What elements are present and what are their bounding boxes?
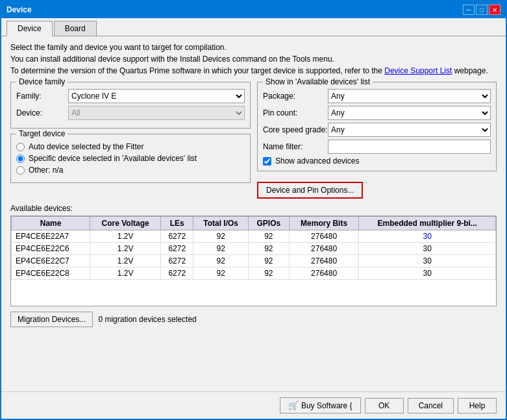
show-advanced-checkbox[interactable] bbox=[263, 157, 271, 166]
devices-table: Name Core Voltage LEs Total I/Os GPIOs M… bbox=[11, 216, 496, 280]
buy-software-button[interactable]: 🛒 Buy Software { bbox=[280, 397, 361, 414]
cell-les: 6272 bbox=[161, 255, 193, 267]
cell-les: 6272 bbox=[161, 267, 193, 280]
close-button[interactable]: ✕ bbox=[489, 5, 501, 15]
help-button[interactable]: Help bbox=[458, 398, 497, 414]
radio-auto-row: Auto device selected by the Fitter bbox=[16, 142, 245, 151]
radio-specific-label: Specific device selected in 'Available d… bbox=[29, 154, 197, 163]
table-row[interactable]: EP4CE6E22A7 1.2V 6272 92 92 276480 30 bbox=[12, 230, 496, 243]
minimize-button[interactable]: ─ bbox=[463, 5, 475, 15]
buy-software-label: Buy Software { bbox=[301, 401, 352, 410]
device-row: Device: All bbox=[16, 106, 245, 120]
devices-tbody: EP4CE6E22A7 1.2V 6272 92 92 276480 30 EP… bbox=[12, 230, 496, 280]
col-core-voltage: Core Voltage bbox=[90, 217, 161, 230]
cell-gpios: 92 bbox=[248, 267, 289, 280]
cell-memory-bits: 276480 bbox=[289, 267, 359, 280]
package-select[interactable]: Any bbox=[328, 89, 491, 103]
table-header-row: Name Core Voltage LEs Total I/Os GPIOs M… bbox=[12, 217, 496, 230]
radio-auto[interactable] bbox=[16, 143, 25, 151]
table-row[interactable]: EP4CE6E22C8 1.2V 6272 92 92 276480 30 bbox=[12, 267, 496, 280]
pin-count-select[interactable]: Any bbox=[328, 106, 491, 120]
cell-embedded: 30 bbox=[359, 255, 496, 267]
cancel-button[interactable]: Cancel bbox=[408, 398, 454, 414]
device-support-link[interactable]: Device Support List bbox=[384, 66, 452, 75]
radio-other-row: Other: n/a bbox=[16, 166, 245, 175]
device-label: Device: bbox=[16, 108, 68, 117]
target-device-title: Target device bbox=[16, 129, 68, 138]
ok-button[interactable]: OK bbox=[365, 398, 404, 414]
description-line1: Select the family and device you want to… bbox=[10, 43, 497, 52]
col-gpios: GPIOs bbox=[248, 217, 289, 230]
migration-devices-button[interactable]: Migration Devices... bbox=[10, 312, 93, 327]
description-line3: To determine the version of the Quartus … bbox=[10, 66, 497, 75]
show-available-group: Show in 'Available devices' list Package… bbox=[257, 82, 497, 171]
radio-other-label: Other: n/a bbox=[29, 166, 63, 175]
cell-memory-bits: 276480 bbox=[289, 230, 359, 243]
table-row[interactable]: EP4CE6E22C7 1.2V 6272 92 92 276480 30 bbox=[12, 255, 496, 267]
col-les: LEs bbox=[161, 217, 193, 230]
tab-device[interactable]: Device bbox=[6, 21, 53, 36]
cell-total-ios: 92 bbox=[193, 230, 249, 243]
radio-other[interactable] bbox=[16, 166, 25, 175]
name-filter-row: Name filter: bbox=[263, 140, 491, 154]
name-filter-label: Name filter: bbox=[263, 142, 328, 151]
description-line3-post: webpage. bbox=[452, 66, 488, 75]
cell-gpios: 92 bbox=[248, 255, 289, 267]
radio-auto-label: Auto device selected by the Fitter bbox=[29, 142, 143, 151]
cell-core-voltage: 1.2V bbox=[90, 267, 161, 280]
tabs-bar: Device Board bbox=[1, 18, 506, 36]
migration-status: 0 migration devices selected bbox=[98, 315, 196, 324]
main-window: Device ─ □ ✕ Device Board Select the fam… bbox=[0, 0, 507, 420]
description-line2: You can install additional device suppor… bbox=[10, 55, 497, 64]
cell-embedded: 30 bbox=[359, 267, 496, 280]
radio-specific[interactable] bbox=[16, 154, 25, 163]
cell-total-ios: 92 bbox=[193, 243, 249, 255]
core-speed-select[interactable]: Any bbox=[328, 123, 491, 137]
radio-specific-row: Specific device selected in 'Available d… bbox=[16, 154, 245, 163]
device-family-title: Device family bbox=[16, 77, 68, 86]
show-advanced-row: Show advanced devices bbox=[263, 156, 491, 166]
cell-name: EP4CE6E22A7 bbox=[12, 230, 90, 243]
cell-total-ios: 92 bbox=[193, 255, 249, 267]
cell-name: EP4CE6E22C7 bbox=[12, 255, 90, 267]
title-bar-controls: ─ □ ✕ bbox=[463, 5, 501, 15]
device-family-group: Device family Family: Cyclone IV E Devic… bbox=[10, 82, 251, 129]
cell-core-voltage: 1.2V bbox=[90, 243, 161, 255]
panel-left: Device family Family: Cyclone IV E Devic… bbox=[10, 82, 251, 199]
show-available-title: Show in 'Available devices' list bbox=[263, 77, 373, 86]
tab-board[interactable]: Board bbox=[54, 21, 97, 36]
panels-row: Device family Family: Cyclone IV E Devic… bbox=[10, 82, 497, 199]
family-row: Family: Cyclone IV E bbox=[16, 89, 245, 103]
cell-gpios: 92 bbox=[248, 243, 289, 255]
col-total-ios: Total I/Os bbox=[193, 217, 249, 230]
family-select[interactable]: Cyclone IV E bbox=[68, 89, 245, 103]
name-filter-input[interactable] bbox=[328, 140, 491, 154]
pin-count-row: Pin count: Any bbox=[263, 106, 491, 120]
cell-memory-bits: 276480 bbox=[289, 255, 359, 267]
col-embedded: Embedded multiplier 9-bi... bbox=[359, 217, 496, 230]
cell-total-ios: 92 bbox=[193, 267, 249, 280]
core-speed-row: Core speed grade: Any bbox=[263, 123, 491, 137]
cart-icon: 🛒 bbox=[288, 401, 299, 410]
cell-embedded: 30 bbox=[359, 243, 496, 255]
device-pin-options-button[interactable]: Device and Pin Options... bbox=[257, 182, 363, 199]
devices-table-container[interactable]: Name Core Voltage LEs Total I/Os GPIOs M… bbox=[10, 216, 497, 306]
cell-memory-bits: 276480 bbox=[289, 243, 359, 255]
available-devices-label: Available devices: bbox=[10, 204, 497, 213]
bottom-bar: 🛒 Buy Software { OK Cancel Help bbox=[1, 391, 506, 419]
content-area: Select the family and device you want to… bbox=[1, 36, 506, 391]
cell-name: EP4CE6E22C6 bbox=[12, 243, 90, 255]
maximize-button[interactable]: □ bbox=[476, 5, 488, 15]
panel-right: Show in 'Available devices' list Package… bbox=[257, 82, 497, 199]
cell-les: 6272 bbox=[161, 243, 193, 255]
family-label: Family: bbox=[16, 92, 68, 101]
device-select[interactable]: All bbox=[68, 106, 245, 120]
col-name: Name bbox=[12, 217, 90, 230]
core-speed-label: Core speed grade: bbox=[263, 125, 328, 134]
package-label: Package: bbox=[263, 92, 328, 101]
cell-core-voltage: 1.2V bbox=[90, 230, 161, 243]
show-advanced-label: Show advanced devices bbox=[275, 156, 359, 166]
window-title: Device bbox=[6, 5, 32, 14]
table-row[interactable]: EP4CE6E22C6 1.2V 6272 92 92 276480 30 bbox=[12, 243, 496, 255]
target-device-group: Target device Auto device selected by th… bbox=[10, 134, 251, 183]
